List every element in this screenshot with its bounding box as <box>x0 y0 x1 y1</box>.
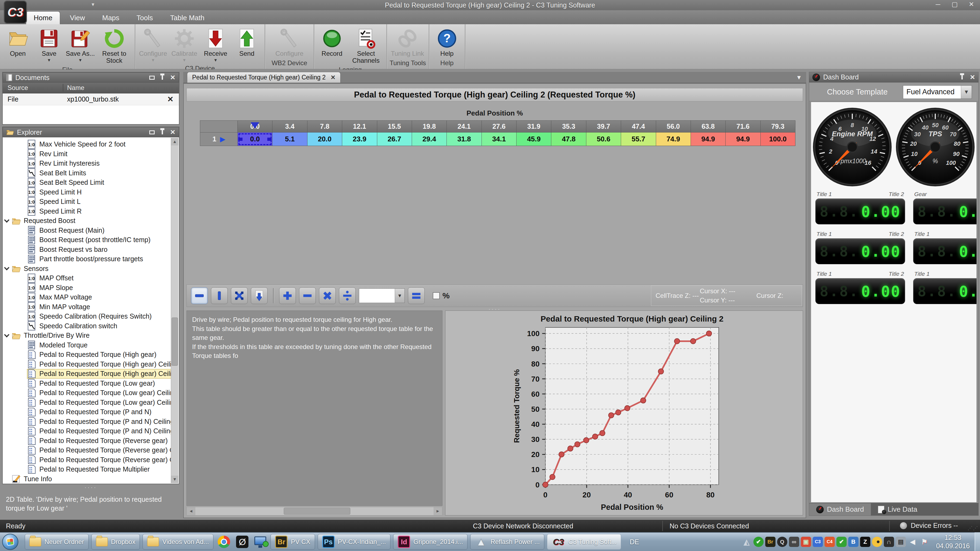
tree-item[interactable]: 1:0 Pedal to Requested Torque (High gear… <box>3 359 171 369</box>
tray-icon[interactable] <box>920 537 930 547</box>
tray-icon[interactable] <box>824 537 835 547</box>
table-value-cell[interactable]: 94.9 <box>691 132 725 146</box>
taskbar-app-button[interactable]: PV-CX-Indian_... <box>318 534 391 549</box>
column-header-cell[interactable]: 19.8 <box>412 121 447 132</box>
multiply-button[interactable] <box>319 287 336 304</box>
tree-item[interactable]: 1:0 Pedal to Requested Torque Multiplier <box>3 465 171 474</box>
close-document-icon[interactable]: ✕ <box>167 95 173 104</box>
subtract-button[interactable] <box>299 287 316 304</box>
add-button[interactable] <box>279 287 296 304</box>
start-button[interactable] <box>2 534 18 550</box>
language-indicator[interactable]: DE <box>627 535 643 549</box>
table-row-header[interactable]: 1 ▶ <box>200 132 238 146</box>
send-button[interactable]: Send <box>232 26 262 63</box>
arrow-down-page-button[interactable] <box>251 287 267 304</box>
tray-icon[interactable] <box>872 537 882 547</box>
document-row[interactable]: File xp1000_turbo.stk ✕ <box>3 94 179 105</box>
column-header-cell[interactable]: 3.4 <box>272 121 307 132</box>
tree-item[interactable]: 1:0 Pedal to Requested Torque (P and N) … <box>3 417 171 427</box>
vertical-bar-button[interactable] <box>211 287 228 304</box>
help-button[interactable]: ? Help <box>432 26 462 58</box>
tray-icon[interactable] <box>907 537 918 547</box>
tree-item[interactable]: 1:0 Boost Request vs baro <box>3 245 171 254</box>
menu-tab-home[interactable]: Home <box>26 11 60 24</box>
tray-icon[interactable] <box>836 537 846 547</box>
tab-list-chevron-icon[interactable]: ▼ <box>796 74 802 83</box>
taskbar-app-button[interactable]: Gripone_2014.i... <box>393 534 468 549</box>
scroll-down-icon[interactable]: ▼ <box>171 476 178 483</box>
expand-arrow-icon[interactable] <box>4 332 10 337</box>
horizontal-splitter[interactable]: ···· <box>184 308 806 310</box>
expand-arrow-icon[interactable] <box>4 218 10 223</box>
tray-icon[interactable] <box>789 537 799 547</box>
divide-button[interactable] <box>339 287 356 304</box>
column-header-cell[interactable]: 47.4 <box>621 121 656 132</box>
column-header-cell[interactable]: 27.6 <box>482 121 517 132</box>
scrollbar-thumb[interactable] <box>172 318 178 366</box>
table-value-cell[interactable]: 26.7 <box>377 132 412 146</box>
float-panel-icon[interactable] <box>149 130 155 134</box>
table-value-cell[interactable]: 20.0 <box>307 132 342 146</box>
expand-arrow-icon[interactable] <box>4 265 10 270</box>
tree-item[interactable]: 1:0 Min MAP voltage <box>3 302 171 312</box>
scroll-right-icon[interactable]: ► <box>434 507 442 515</box>
tree-item[interactable]: 1:0 Max MAP voltage <box>3 292 171 302</box>
maximize-button[interactable]: ▢ <box>950 0 959 8</box>
close-panel-icon[interactable]: ✕ <box>970 73 975 81</box>
tray-icon[interactable] <box>753 537 764 547</box>
tree-item[interactable]: 1:0 Pedal to Requested Torque (Reverse g… <box>3 445 171 455</box>
scroll-up-icon[interactable]: ▲ <box>171 138 178 145</box>
taskbar-app-button[interactable]: Dropbox <box>91 534 140 549</box>
tree-item[interactable]: 1:0 Rev Limit hysteresis <box>3 159 171 168</box>
document-tab[interactable]: Pedal to Requested Torque (High gear) Ce… <box>187 72 340 83</box>
tree-item[interactable]: 1:0 Seat Belt Speed Limit <box>3 178 171 187</box>
show-desktop-button[interactable] <box>975 532 980 551</box>
template-select[interactable]: Fuel Advanced ▼ <box>903 86 972 99</box>
table-value-cell[interactable]: 0.0 <box>238 132 272 146</box>
menu-tab-tools[interactable]: Tools <box>129 11 161 24</box>
menu-tab-table-math[interactable]: Table Math <box>163 11 212 24</box>
table-value-cell[interactable]: 74.9 <box>656 132 691 146</box>
taskbar-app-button[interactable]: Reflash Power ... <box>470 534 544 549</box>
combo-dropdown-icon[interactable]: ▼ <box>395 289 404 303</box>
table-value-cell[interactable]: 34.1 <box>482 132 517 146</box>
value-combo-box[interactable]: ▼ <box>359 288 405 303</box>
column-header-cell[interactable]: 63.8 <box>691 121 725 132</box>
horizontal-scrollbar[interactable]: ◄ ► <box>186 507 442 516</box>
tab-dash-board[interactable]: Dash Board <box>809 503 871 516</box>
tree-item[interactable]: 1:0 Pedal to Requested Torque (Reverse g… <box>3 455 171 465</box>
column-header-cell[interactable]: 56.0 <box>656 121 691 132</box>
tree-item[interactable]: 1:0 Rev Limit <box>3 149 171 159</box>
table-value-cell[interactable]: 23.9 <box>342 132 377 146</box>
configure-c3-button[interactable]: Configure ▾ <box>138 26 168 63</box>
tray-icon[interactable] <box>884 537 894 547</box>
tray-icon[interactable] <box>813 537 823 547</box>
save-as-button[interactable]: Save As... ▾ <box>65 26 95 64</box>
column-header-cell[interactable]: 12.1 <box>342 121 377 132</box>
column-header-cell[interactable]: 31.9 <box>517 121 551 132</box>
column-header-cell[interactable]: 71.6 <box>725 121 760 132</box>
tree-item[interactable]: 1:0 Pedal to Requested Torque (Low gear) <box>3 379 171 388</box>
table-value-cell[interactable]: 5.1 <box>272 132 307 146</box>
tree-item[interactable]: 1:0 MAP Offset <box>3 273 171 283</box>
tree-scrollbar[interactable]: ▲ ▼ <box>171 138 178 483</box>
close-panel-icon[interactable]: ✕ <box>170 129 175 136</box>
table-value-cell[interactable]: 31.8 <box>447 132 482 146</box>
tray-icon[interactable] <box>848 537 859 547</box>
table-value-cell[interactable]: 55.7 <box>621 132 656 146</box>
tree-item[interactable]: 1:0 Pedal to Requested Torque (P and N) <box>3 407 171 417</box>
scroll-left-icon[interactable]: ◄ <box>187 507 196 515</box>
pin-panel-icon[interactable] <box>162 130 163 134</box>
tree-item[interactable]: 1:0 Modeled Torque <box>3 340 171 350</box>
tree-item[interactable]: 1:0 Speed Limit R <box>3 206 171 216</box>
reset-to-stock-button[interactable]: Reset to Stock <box>97 26 132 64</box>
column-header-cell[interactable]: 35.3 <box>551 121 586 132</box>
tree-item[interactable]: 1:0 Speedo Calibration (Requires Switch) <box>3 311 171 321</box>
tree-item[interactable]: 1:0 Boost Request (post throttle/IC temp… <box>3 235 171 245</box>
taskbar-clock[interactable]: 12:53 04.09.2016 <box>936 534 970 551</box>
tree-item[interactable]: 1:0 Pedal to Requested Torque (High gear… <box>3 350 171 359</box>
table-value-cell[interactable]: 47.8 <box>551 132 586 146</box>
open-button[interactable]: Open <box>3 26 33 64</box>
resize-grip[interactable]: ⋰⋰ <box>967 525 978 531</box>
column-header-cell[interactable]: 15.5 <box>377 121 412 132</box>
